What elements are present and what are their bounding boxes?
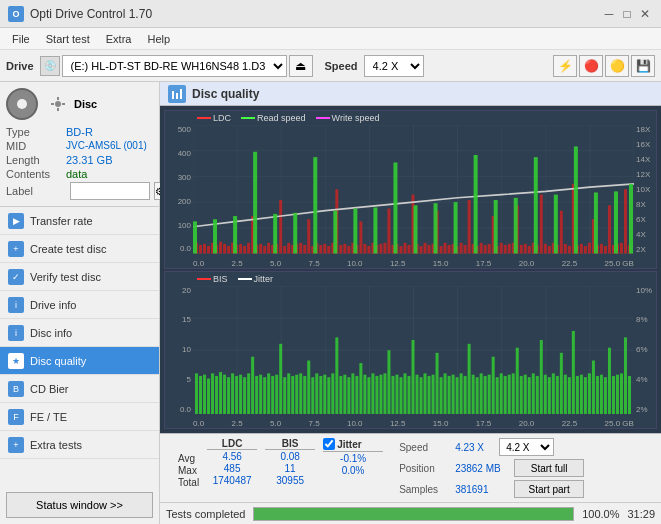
- svg-rect-270: [584, 377, 587, 414]
- jitter-col-header: Jitter: [337, 439, 361, 450]
- svg-rect-259: [540, 339, 543, 414]
- menu-bar: File Start test Extra Help: [0, 28, 661, 50]
- lower-chart-wrapper: BIS Jitter 20 15 10 5 0.0: [165, 272, 656, 429]
- progress-pct: 100.0%: [582, 508, 619, 520]
- svg-rect-117: [560, 211, 563, 254]
- svg-rect-107: [520, 245, 523, 254]
- svg-rect-135: [193, 221, 197, 253]
- sidebar-item-transfer-rate[interactable]: ▶ Transfer rate: [0, 207, 159, 235]
- svg-rect-47: [279, 200, 282, 254]
- svg-rect-68: [363, 244, 366, 254]
- svg-rect-113: [544, 244, 547, 254]
- close-button[interactable]: ✕: [637, 6, 653, 22]
- sidebar-item-extra-tests[interactable]: + Extra tests: [0, 431, 159, 459]
- toolbar-icon-save[interactable]: 💾: [631, 55, 655, 77]
- svg-rect-241: [468, 343, 471, 414]
- svg-rect-182: [231, 373, 234, 414]
- menu-help[interactable]: Help: [139, 31, 178, 47]
- sidebar-item-create-test-disc[interactable]: + Create test disc: [0, 235, 159, 263]
- lower-x-axis: 0.0 2.5 5.0 7.5 10.0 12.5 15.0 17.5 20.0…: [193, 419, 634, 428]
- svg-rect-67: [359, 221, 362, 253]
- drive-select[interactable]: (E:) HL-DT-ST BD-RE WH16NS48 1.D3: [62, 55, 287, 77]
- svg-rect-235: [444, 373, 447, 414]
- svg-rect-210: [343, 374, 346, 414]
- svg-rect-109: [528, 246, 531, 253]
- menu-start-test[interactable]: Start test: [38, 31, 98, 47]
- svg-rect-197: [291, 375, 294, 414]
- speed-stat-select[interactable]: 4.2 X: [499, 438, 554, 456]
- svg-rect-72: [379, 244, 382, 254]
- menu-file[interactable]: File: [4, 31, 38, 47]
- svg-rect-225: [403, 373, 406, 414]
- verify-test-icon: ✓: [8, 269, 24, 285]
- svg-rect-184: [239, 374, 242, 414]
- ldc-col: LDC 4.56 485 1740487: [207, 438, 257, 488]
- svg-rect-193: [275, 374, 278, 414]
- svg-rect-83: [424, 243, 427, 254]
- status-bar: Tests completed 100.0% 31:29: [160, 502, 661, 524]
- svg-rect-82: [420, 246, 423, 253]
- svg-rect-271: [588, 373, 591, 414]
- ldc-legend-color: [197, 117, 211, 119]
- bis-max: 11: [265, 463, 315, 474]
- eject-button[interactable]: ⏏: [289, 55, 313, 77]
- svg-rect-39: [247, 243, 250, 254]
- start-full-button[interactable]: Start full: [514, 459, 584, 477]
- jitter-col: Jitter -0.1% 0.0%: [323, 438, 383, 488]
- svg-rect-53: [303, 245, 306, 254]
- sidebar-item-disc-quality[interactable]: ★ Disc quality: [0, 347, 159, 375]
- svg-rect-136: [213, 219, 217, 253]
- jitter-checkbox[interactable]: [323, 438, 335, 450]
- svg-rect-204: [319, 375, 322, 414]
- svg-rect-102: [500, 243, 503, 254]
- ldc-col-header: LDC: [207, 438, 257, 450]
- disc-type-row: Type BD-R: [6, 126, 153, 138]
- svg-rect-153: [554, 195, 558, 254]
- toolbar-icon-2[interactable]: 🔴: [579, 55, 603, 77]
- start-part-button[interactable]: Start part: [514, 480, 584, 498]
- menu-extra[interactable]: Extra: [98, 31, 140, 47]
- jitter-legend-label: Jitter: [254, 274, 274, 284]
- sidebar-item-disc-info[interactable]: i Disc info: [0, 319, 159, 347]
- svg-rect-176: [207, 378, 210, 414]
- svg-rect-209: [339, 375, 342, 414]
- svg-rect-78: [403, 243, 406, 254]
- svg-rect-206: [327, 377, 330, 414]
- svg-rect-183: [235, 375, 238, 414]
- sidebar-item-drive-info[interactable]: i Drive info: [0, 291, 159, 319]
- svg-rect-93: [464, 245, 467, 254]
- svg-rect-237: [452, 374, 455, 414]
- drive-image-icon: 💿: [40, 56, 60, 76]
- svg-rect-174: [199, 375, 202, 414]
- toolbar-icon-1[interactable]: ⚡: [553, 55, 577, 77]
- svg-rect-59: [327, 246, 330, 253]
- sidebar-item-cd-bier[interactable]: B CD Bier: [0, 375, 159, 403]
- svg-rect-173: [195, 373, 198, 414]
- svg-rect-38: [243, 246, 246, 253]
- svg-rect-180: [223, 374, 226, 414]
- lower-chart-legend: BIS Jitter: [197, 274, 273, 284]
- upper-chart-svg: [193, 125, 634, 254]
- svg-rect-148: [454, 202, 458, 253]
- disc-label-input[interactable]: [70, 182, 150, 200]
- title-text: Opti Drive Control 1.70: [30, 7, 152, 21]
- svg-rect-5: [172, 91, 174, 99]
- svg-rect-33: [223, 244, 226, 254]
- verify-test-label: Verify test disc: [30, 271, 101, 283]
- minimize-button[interactable]: ─: [601, 6, 617, 22]
- speed-select[interactable]: 4.2 X: [364, 55, 424, 77]
- disc-settings-icon[interactable]: [46, 92, 70, 116]
- maximize-button[interactable]: □: [619, 6, 635, 22]
- toolbar-icon-3[interactable]: 🟡: [605, 55, 629, 77]
- sidebar-item-verify-test-disc[interactable]: ✓ Verify test disc: [0, 263, 159, 291]
- toolbar-icons: ⚡ 🔴 🟡 💾: [553, 55, 655, 77]
- sidebar-item-fe-te[interactable]: F FE / TE: [0, 403, 159, 431]
- svg-point-0: [55, 101, 61, 107]
- status-window-button[interactable]: Status window >>: [6, 492, 153, 518]
- svg-rect-238: [456, 377, 459, 414]
- bis-col: BIS 0.08 11 30955: [265, 438, 315, 488]
- svg-rect-28: [203, 244, 206, 254]
- svg-rect-137: [233, 216, 237, 253]
- svg-rect-179: [219, 372, 222, 414]
- svg-rect-108: [524, 244, 527, 254]
